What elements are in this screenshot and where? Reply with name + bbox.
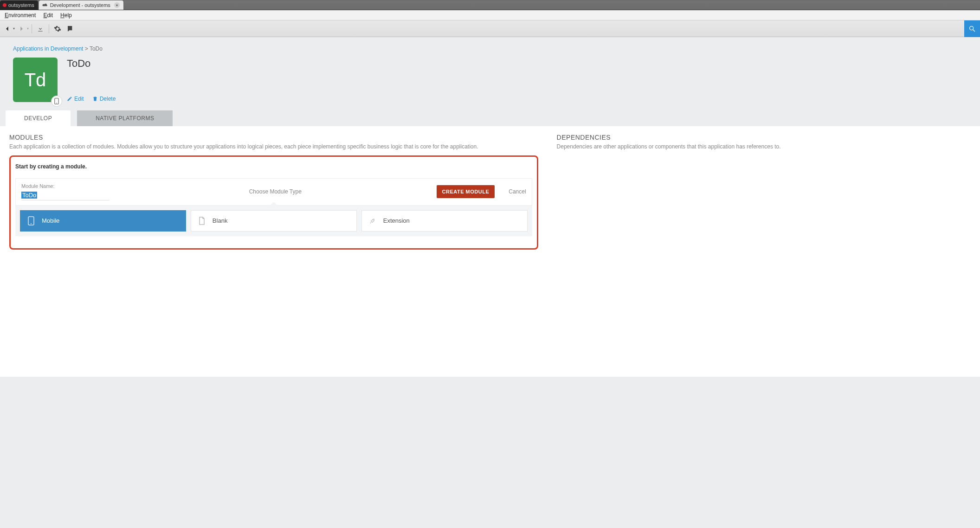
dependencies-column: DEPENDENCIES Dependencies are other appl… xyxy=(557,134,971,151)
trash-icon xyxy=(92,96,98,102)
plug-icon xyxy=(368,217,377,225)
dependencies-description: Dependencies are other applications or c… xyxy=(557,143,971,151)
forward-history-dropdown[interactable]: ▾ xyxy=(27,26,29,31)
settings-button[interactable] xyxy=(52,23,63,34)
module-type-blank[interactable]: Blank xyxy=(191,210,357,232)
module-type-label: Extension xyxy=(383,217,410,224)
delete-app-link[interactable]: Delete xyxy=(92,96,116,102)
app-icon-text: Td xyxy=(25,70,46,90)
modules-description: Each application is a collection of modu… xyxy=(9,143,538,151)
back-button[interactable] xyxy=(2,23,13,34)
app-title: ToDo xyxy=(67,58,116,70)
content-area: Applications in Development > ToDo Td To… xyxy=(0,37,980,528)
browser-tab-label: Development - outsystems xyxy=(50,2,110,8)
tab-native-platforms[interactable]: NATIVE PLATFORMS xyxy=(77,110,173,126)
menu-edit[interactable]: Edit xyxy=(40,11,56,19)
browser-tab-strip-blur xyxy=(124,0,980,10)
tab-body: MODULES Each application is a collection… xyxy=(0,126,980,377)
toolbar: ▾ ▾ xyxy=(0,20,980,37)
choose-type-label: Choose Module Type xyxy=(123,188,427,195)
svg-point-3 xyxy=(56,103,57,103)
breadcrumb-separator: > xyxy=(85,45,90,52)
app-icon-wrap: Td xyxy=(13,58,58,102)
tab-dropdown-icon[interactable]: ▾ xyxy=(114,2,120,8)
cloud-icon xyxy=(42,3,48,7)
delete-label: Delete xyxy=(100,96,116,102)
dependencies-heading: DEPENDENCIES xyxy=(557,134,971,141)
page-tabs: DEVELOP NATIVE PLATFORMS xyxy=(0,110,980,126)
edit-label: Edit xyxy=(74,96,84,102)
start-hint: Start by creating a module. xyxy=(15,163,532,170)
svg-point-0 xyxy=(970,26,974,30)
module-name-input[interactable]: ToDo xyxy=(21,190,110,200)
modules-column: MODULES Each application is a collection… xyxy=(9,134,538,250)
module-type-label: Blank xyxy=(213,217,228,224)
browser-tab-label: outsystems xyxy=(8,2,34,8)
mobile-badge-icon xyxy=(51,96,62,107)
cancel-link[interactable]: Cancel xyxy=(509,188,526,195)
browser-tab-outsystems[interactable]: outsystems xyxy=(0,0,38,10)
create-module-button[interactable]: CREATE MODULE xyxy=(437,185,495,198)
search-button[interactable] xyxy=(964,20,980,37)
modules-heading: MODULES xyxy=(9,134,538,141)
menu-environment[interactable]: Environment xyxy=(2,11,39,19)
module-type-row: Mobile Blank Extension xyxy=(15,206,532,236)
edit-app-link[interactable]: Edit xyxy=(67,96,84,102)
breadcrumb-root-link[interactable]: Applications in Development xyxy=(13,45,83,52)
app-icon: Td xyxy=(13,58,58,102)
browser-tab-strip: outsystems Development - outsystems ▾ xyxy=(0,0,980,10)
back-history-dropdown[interactable]: ▾ xyxy=(13,26,15,31)
create-module-highlight: Start by creating a module. Module Name:… xyxy=(9,155,538,250)
app-header: Td ToDo Edit Delete xyxy=(0,56,980,110)
svg-point-5 xyxy=(31,223,32,224)
mobile-icon xyxy=(27,216,35,225)
breadcrumb-current: ToDo xyxy=(90,45,103,52)
module-name-field: Module Name: ToDo xyxy=(21,183,114,200)
feedback-button[interactable] xyxy=(64,23,75,34)
tab-develop[interactable]: DEVELOP xyxy=(6,110,71,126)
menu-help[interactable]: Help xyxy=(58,11,75,19)
breadcrumb: Applications in Development > ToDo xyxy=(0,37,980,56)
module-type-label: Mobile xyxy=(42,217,59,224)
pencil-icon xyxy=(67,96,72,102)
module-name-label: Module Name: xyxy=(21,183,114,189)
module-name-value: ToDo xyxy=(21,192,37,199)
svg-line-1 xyxy=(973,30,975,32)
module-type-extension[interactable]: Extension xyxy=(361,210,528,232)
module-type-mobile[interactable]: Mobile xyxy=(20,210,186,232)
forward-button[interactable] xyxy=(16,23,27,34)
toolbar-separator xyxy=(32,24,32,33)
document-icon xyxy=(198,217,206,225)
outsystems-logo-icon xyxy=(3,3,6,7)
menu-bar: Environment Edit Help xyxy=(0,10,980,20)
toolbar-separator xyxy=(49,24,49,33)
download-button[interactable] xyxy=(35,23,46,34)
browser-tab-development[interactable]: Development - outsystems ▾ xyxy=(39,0,123,10)
